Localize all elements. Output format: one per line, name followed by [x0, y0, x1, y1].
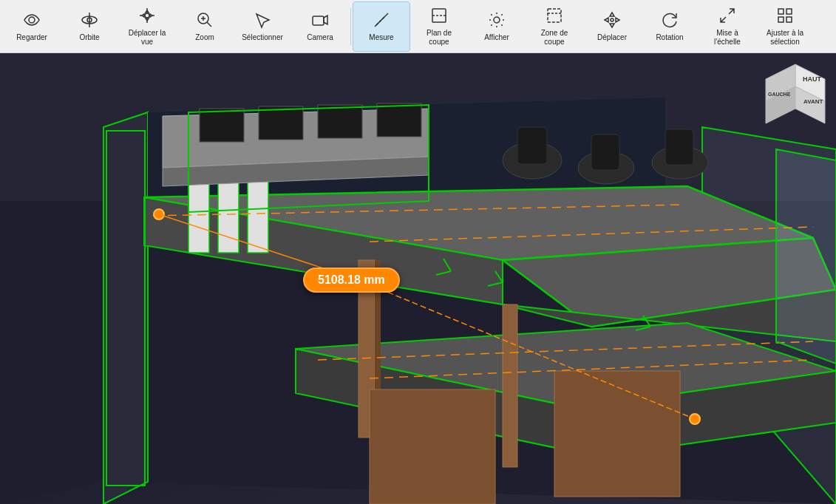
- tool-icon-deplacer: [603, 11, 621, 32]
- tool-icon-mesure: [373, 11, 390, 32]
- nav-cube[interactable]: HAUT GAUCHE AVANT: [762, 61, 829, 127]
- tool-icon-orbite: [81, 11, 98, 32]
- tool-btn-zone-de-coupe[interactable]: Zone de coupe: [526, 1, 583, 52]
- svg-rect-24: [786, 17, 792, 22]
- tool-label-camera: Camera: [307, 33, 333, 42]
- tool-label-mesure: Mesure: [369, 33, 393, 42]
- tool-label-zone-de-coupe: Zone de coupe: [541, 29, 568, 47]
- tool-btn-regarder[interactable]: Regarder: [3, 1, 61, 52]
- tool-btn-mesure[interactable]: Mesure: [353, 1, 410, 52]
- svg-point-4: [145, 13, 149, 18]
- svg-point-20: [611, 18, 614, 21]
- tool-btn-mise-a-echelle[interactable]: Mise à l'échelle: [699, 1, 756, 52]
- viewport[interactable]: 5108.18 mm HAUT GAUCHE AVANT: [0, 53, 836, 504]
- tool-icon-rotation: [661, 11, 679, 32]
- tool-icon-ajuster-selection: [776, 7, 794, 27]
- tool-icon-selectionner: [254, 11, 271, 32]
- tool-label-regarder: Regarder: [16, 33, 47, 42]
- toolbar-divider: [350, 8, 351, 45]
- tool-label-deplacer-vue: Déplacer la vue: [129, 29, 166, 47]
- tool-btn-rotation[interactable]: Rotation: [641, 1, 699, 52]
- tool-icon-camera: [311, 11, 329, 32]
- tool-icon-regarder: [23, 11, 41, 32]
- tool-label-afficher: Afficher: [484, 33, 509, 42]
- tool-label-mise-a-echelle: Mise à l'échelle: [714, 29, 741, 47]
- tool-label-selectionner: Sélectionner: [242, 33, 283, 42]
- svg-line-12: [376, 24, 378, 25]
- tool-btn-zoom[interactable]: Zoom: [176, 1, 234, 52]
- tool-btn-orbite[interactable]: Orbite: [61, 1, 118, 52]
- svg-line-13: [379, 21, 381, 22]
- tool-btn-camera[interactable]: Camera: [291, 1, 349, 52]
- tool-icon-zoom: [196, 11, 214, 32]
- svg-line-6: [207, 22, 211, 27]
- svg-text:HAUT: HAUT: [803, 75, 821, 83]
- tool-label-rotation: Rotation: [656, 33, 683, 42]
- tool-label-ajuster-selection: Ajuster à la sélection: [767, 29, 803, 47]
- svg-point-0: [29, 17, 35, 23]
- svg-text:AVANT: AVANT: [803, 98, 823, 105]
- tool-icon-plan-de-coupe: [430, 7, 448, 27]
- tool-label-orbite: Orbite: [79, 33, 99, 42]
- svg-text:GAUCHE: GAUCHE: [768, 92, 791, 97]
- tool-btn-ajuster-selection[interactable]: Ajuster à la sélection: [756, 1, 814, 52]
- tool-label-deplacer: Déplacer: [597, 33, 627, 42]
- svg-rect-23: [778, 17, 784, 22]
- tool-icon-mise-a-echelle: [718, 7, 736, 27]
- scene-background: [0, 53, 836, 504]
- tool-btn-deplacer[interactable]: Déplacer: [583, 1, 641, 52]
- tool-label-plan-de-coupe: Plan de coupe: [427, 29, 452, 47]
- tool-icon-deplacer-vue: [138, 7, 156, 27]
- toolbar: RegarderOrbiteDéplacer la vueZoomSélecti…: [0, 0, 836, 53]
- tool-btn-plan-de-coupe[interactable]: Plan de coupe: [410, 1, 468, 52]
- tool-icon-zone-de-coupe: [546, 7, 563, 27]
- measurement-badge: 5108.18 mm: [303, 268, 400, 293]
- svg-rect-21: [778, 9, 784, 14]
- svg-marker-10: [324, 16, 327, 24]
- svg-line-14: [382, 18, 384, 19]
- tool-btn-selectionner[interactable]: Sélectionner: [234, 1, 291, 52]
- svg-rect-18: [548, 9, 561, 22]
- svg-rect-22: [786, 9, 792, 14]
- tool-icon-afficher: [488, 11, 506, 32]
- tool-btn-deplacer-vue[interactable]: Déplacer la vue: [118, 1, 176, 52]
- svg-point-17: [494, 17, 500, 23]
- tool-label-zoom: Zoom: [195, 33, 214, 42]
- svg-rect-9: [313, 16, 324, 25]
- tool-btn-afficher[interactable]: Afficher: [468, 1, 526, 52]
